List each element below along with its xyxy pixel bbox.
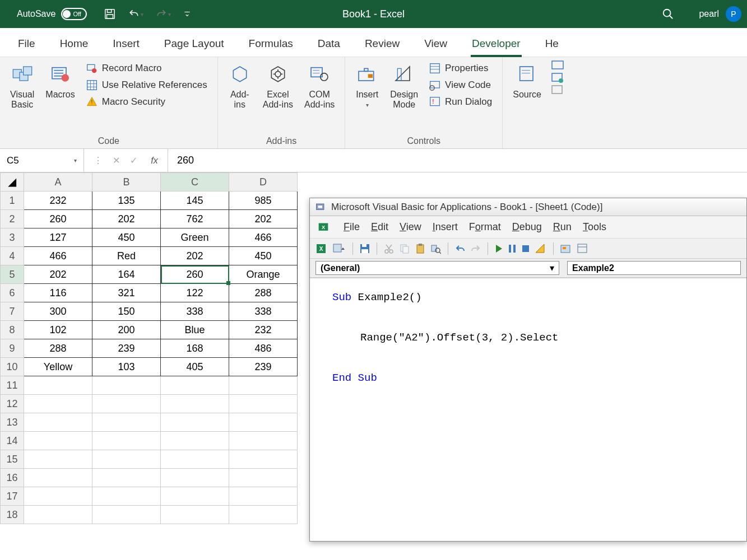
row-header[interactable]: 7 xyxy=(1,302,24,321)
tab-view[interactable]: View xyxy=(412,31,460,57)
vba-menu-file[interactable]: File xyxy=(344,221,360,233)
row-header[interactable]: 11 xyxy=(1,376,24,395)
tab-home[interactable]: Home xyxy=(48,31,101,57)
cell[interactable]: 232 xyxy=(24,192,92,210)
cell[interactable] xyxy=(24,469,92,487)
tab-insert[interactable]: Insert xyxy=(100,31,152,57)
cell[interactable] xyxy=(161,395,229,413)
row-header[interactable]: 12 xyxy=(1,395,24,413)
vba-copy-icon[interactable] xyxy=(400,244,410,254)
cell[interactable] xyxy=(24,450,92,469)
col-header-b[interactable]: B xyxy=(92,173,161,192)
col-header-a[interactable]: A xyxy=(24,173,92,192)
cancel-icon[interactable]: ✕ xyxy=(113,155,120,166)
row-header[interactable]: 9 xyxy=(1,339,24,358)
row-header[interactable]: 10 xyxy=(1,358,24,376)
cell[interactable]: 338 xyxy=(229,302,298,321)
cell[interactable] xyxy=(229,487,298,506)
search-icon[interactable] xyxy=(662,8,674,20)
cell[interactable]: Blue xyxy=(161,321,229,339)
cell[interactable] xyxy=(92,450,161,469)
cell[interactable]: 239 xyxy=(229,358,298,376)
tab-help[interactable]: He xyxy=(533,31,571,57)
cell[interactable]: 150 xyxy=(92,302,161,321)
cell[interactable] xyxy=(24,413,92,432)
cell[interactable]: 338 xyxy=(161,302,229,321)
cell[interactable] xyxy=(92,487,161,506)
cell[interactable] xyxy=(161,450,229,469)
cell[interactable]: 102 xyxy=(24,321,92,339)
select-all-corner[interactable]: ◢ xyxy=(1,173,24,192)
col-header-c[interactable]: C xyxy=(161,173,229,192)
cell[interactable]: 202 xyxy=(24,265,92,284)
source-button[interactable]: Source xyxy=(509,60,545,102)
cell[interactable]: 202 xyxy=(92,210,161,228)
vba-editor-window[interactable]: Microsoft Visual Basic for Applications … xyxy=(309,198,747,542)
customize-qat-icon[interactable] xyxy=(183,10,191,18)
cell[interactable] xyxy=(24,376,92,395)
row-header[interactable]: 3 xyxy=(1,228,24,247)
cell[interactable]: 164 xyxy=(92,265,161,284)
addins-button[interactable]: Add- ins xyxy=(225,60,255,112)
more-icon[interactable]: ⋮ xyxy=(94,155,103,166)
tab-review[interactable]: Review xyxy=(352,31,412,57)
cell[interactable]: 239 xyxy=(92,339,161,358)
cell[interactable]: 985 xyxy=(229,192,298,210)
vba-find-icon[interactable] xyxy=(431,244,441,254)
cell[interactable] xyxy=(229,506,298,524)
cell[interactable]: 288 xyxy=(24,339,92,358)
tab-data[interactable]: Data xyxy=(305,31,352,57)
cell[interactable] xyxy=(92,432,161,450)
vba-code-pane[interactable]: Sub Example2() Range("A2").Offset(3, 2).… xyxy=(310,278,746,541)
cell[interactable] xyxy=(161,376,229,395)
cell[interactable] xyxy=(24,395,92,413)
cell[interactable] xyxy=(229,469,298,487)
properties-button[interactable]: Properties xyxy=(426,60,495,76)
row-header[interactable]: 2 xyxy=(1,210,24,228)
cell[interactable]: 288 xyxy=(229,284,298,302)
cell[interactable]: 762 xyxy=(161,210,229,228)
record-macro-button[interactable]: Record Macro xyxy=(83,60,211,76)
vba-insert-dropdown-icon[interactable] xyxy=(332,243,346,254)
cell[interactable]: 122 xyxy=(161,284,229,302)
col-header-d[interactable]: D xyxy=(229,173,298,192)
cell[interactable] xyxy=(92,506,161,524)
cell[interactable]: 321 xyxy=(92,284,161,302)
row-header[interactable]: 18 xyxy=(1,506,24,524)
row-header[interactable]: 17 xyxy=(1,487,24,506)
cell[interactable]: 486 xyxy=(229,339,298,358)
vba-menu-view[interactable]: View xyxy=(400,221,421,233)
cell[interactable]: 260 xyxy=(24,210,92,228)
cell[interactable] xyxy=(92,376,161,395)
vba-view-excel-icon[interactable]: X xyxy=(315,243,327,254)
cell[interactable] xyxy=(161,487,229,506)
view-code-button[interactable]: View Code xyxy=(426,77,495,93)
vba-design-icon[interactable] xyxy=(535,244,546,254)
cell[interactable] xyxy=(24,487,92,506)
row-header[interactable]: 8 xyxy=(1,321,24,339)
toggle-switch[interactable]: Off xyxy=(61,8,87,20)
cell[interactable] xyxy=(161,469,229,487)
cell[interactable]: 450 xyxy=(92,228,161,247)
vba-paste-icon[interactable] xyxy=(415,244,425,254)
user-avatar[interactable]: P xyxy=(726,6,741,22)
vba-redo-icon[interactable] xyxy=(471,244,481,254)
row-header[interactable]: 1 xyxy=(1,192,24,210)
cell[interactable] xyxy=(92,469,161,487)
row-header[interactable]: 4 xyxy=(1,247,24,265)
cell[interactable] xyxy=(229,413,298,432)
spreadsheet-grid[interactable]: ◢ A B C D 123213514598522602027622023127… xyxy=(0,172,298,524)
fx-icon[interactable]: fx xyxy=(151,156,157,166)
visual-basic-button[interactable]: Visual Basic xyxy=(7,60,38,112)
cell[interactable] xyxy=(92,395,161,413)
cell[interactable] xyxy=(229,450,298,469)
vba-menu-edit[interactable]: Edit xyxy=(371,221,388,233)
row-header[interactable]: 5 xyxy=(1,265,24,284)
vba-save-icon[interactable] xyxy=(360,244,370,254)
cell[interactable]: 202 xyxy=(229,210,298,228)
vba-excel-icon[interactable]: X xyxy=(318,222,329,233)
cell[interactable] xyxy=(24,506,92,524)
vba-project-icon[interactable] xyxy=(560,244,572,254)
cell[interactable] xyxy=(24,432,92,450)
cell[interactable]: 135 xyxy=(92,192,161,210)
